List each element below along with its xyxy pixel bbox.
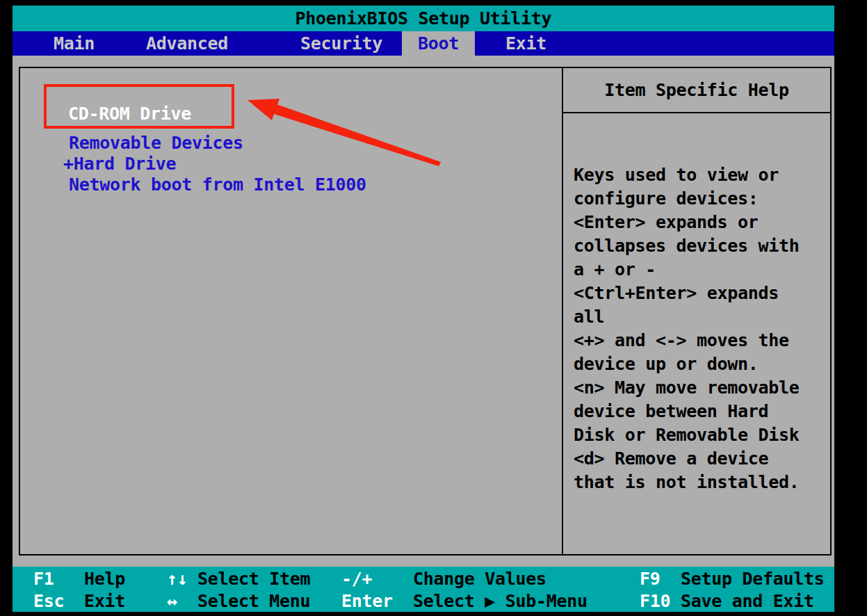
action-select-item: Select Item (197, 569, 310, 590)
action-help: Help (84, 569, 125, 590)
help-line: <Ctrl+Enter> expands (574, 282, 824, 305)
action-select-submenu: Select ▶ Sub-Menu (413, 591, 588, 612)
key-updown-arrows-icon: ↑↓ (167, 569, 188, 590)
annotation-highlight-box (44, 84, 234, 129)
key-minus-plus: -/+ (341, 569, 372, 590)
tab-exit[interactable]: Exit (505, 31, 546, 56)
action-save-and-exit: Save and Exit (681, 591, 814, 612)
help-line: collapses devices with (574, 234, 824, 258)
key-esc: Esc (33, 591, 64, 612)
help-panel-title: Item Specific Help (563, 68, 830, 113)
help-line: <n> May move removable (574, 376, 824, 400)
bios-setup-screen: PhoenixBIOS Setup Utility Main Advanced … (0, 0, 867, 616)
action-exit: Exit (84, 591, 125, 612)
window-title: PhoenixBIOS Setup Utility (295, 8, 552, 29)
key-legend-row-2: Esc Exit ↔ Select Menu Enter Select ▶ Su… (13, 591, 834, 612)
tab-boot[interactable]: Boot (402, 31, 475, 56)
menu-bar: Main Advanced Security Boot Exit (13, 31, 834, 56)
action-change-values: Change Values (413, 569, 546, 590)
boot-order-panel: CD-ROM Drive Removable Devices +Hard Dri… (19, 67, 832, 556)
key-enter: Enter (341, 591, 393, 612)
tab-security[interactable]: Security (300, 31, 382, 56)
content-area: CD-ROM Drive Removable Devices +Hard Dri… (13, 56, 834, 567)
key-f9: F9 (640, 569, 661, 590)
help-line: <+> and <-> moves the (574, 329, 824, 352)
help-line: Disk or Removable Disk (574, 423, 824, 447)
action-setup-defaults: Setup Defaults (681, 569, 825, 590)
tab-main[interactable]: Main (54, 31, 95, 56)
help-line: configure devices: (574, 187, 824, 211)
boot-item-hard-drive[interactable]: +Hard Drive (63, 154, 176, 175)
help-panel-body: Keys used to view or configure devices: … (574, 163, 824, 494)
help-line: a + or - (574, 258, 824, 282)
tab-advanced[interactable]: Advanced (146, 31, 228, 56)
help-line: <d> Remove a device (574, 447, 824, 471)
help-line: device between Hard (574, 400, 824, 423)
panel-divider (562, 68, 563, 554)
action-select-menu: Select Menu (197, 591, 310, 612)
help-line: that is not installed. (574, 471, 824, 494)
boot-item-removable-devices[interactable]: Removable Devices (69, 133, 243, 154)
window-title-bar: PhoenixBIOS Setup Utility (13, 6, 834, 31)
key-leftright-arrows-icon: ↔ (167, 591, 177, 612)
help-line: <Enter> expands or (574, 211, 824, 234)
key-f10: F10 (640, 591, 670, 612)
key-legend-bar: F1 Help ↑↓ Select Item -/+ Change Values… (13, 567, 834, 612)
key-f1: F1 (33, 569, 54, 590)
help-line: device up or down. (574, 352, 824, 376)
help-line: Keys used to view or (574, 163, 824, 187)
key-legend-row-1: F1 Help ↑↓ Select Item -/+ Change Values… (13, 569, 834, 590)
help-line: all (574, 305, 824, 329)
boot-item-network-boot[interactable]: Network boot from Intel E1000 (69, 175, 366, 195)
